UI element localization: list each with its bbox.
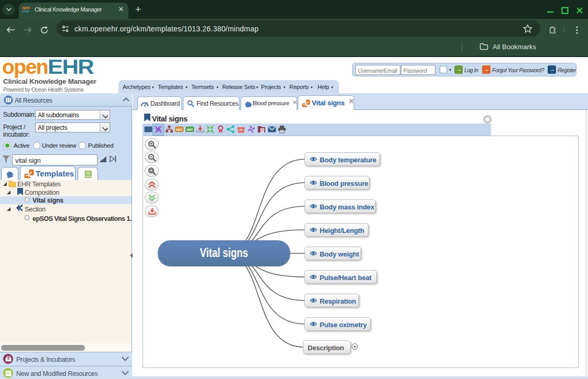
svg-text:DET: DET — [176, 128, 182, 131]
svg-text:OPT: OPT — [187, 128, 193, 131]
